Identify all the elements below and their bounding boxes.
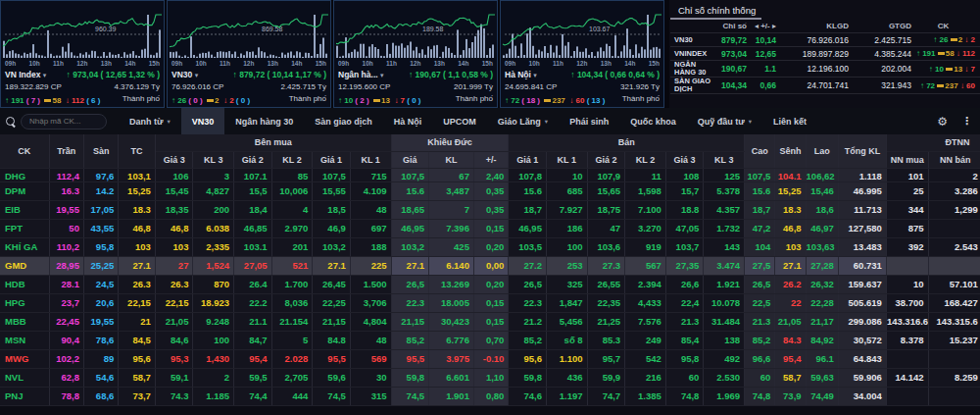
table-row-mwg[interactable]: MWG102,28995,695,31,43095,42.02895,55699…	[0, 349, 980, 368]
subcol[interactable]: KL 3	[704, 151, 745, 168]
nav-tab-h-n-i[interactable]: Hà Nội	[383, 108, 433, 134]
subcol[interactable]: KL 2	[625, 151, 666, 168]
index-panel-row[interactable]: VNINDEX973,0412,65189.897.8294.385.244↑ …	[670, 47, 980, 61]
value-cell: 54,6	[83, 368, 118, 387]
col-tongkl[interactable]: Tổng KL	[838, 134, 886, 168]
value-cell: 84,6	[155, 331, 193, 349]
index-chart-panel[interactable]: 869.5809h10h11h12h13h14h15hVN30 ▾↑ 879,7…	[167, 0, 331, 108]
value-cell: 103	[119, 237, 156, 256]
subcol[interactable]: KL 2	[271, 151, 313, 168]
chevron-down-icon: ▾	[533, 72, 537, 78]
table-row-dpm[interactable]: DPM16.314.215,2515,454,82715,510,00615,5…	[0, 182, 980, 200]
up-arrow-icon: ↑	[67, 70, 71, 79]
subcol[interactable]: +/-	[473, 151, 508, 168]
table-row-hdb[interactable]: HDB28.124,526.326.387026.41.70026,451.50…	[0, 275, 980, 293]
subcol[interactable]: KL 1	[546, 151, 587, 168]
value-cell: 23,7	[49, 293, 83, 312]
table-row-hpg[interactable]: HPG23,720,622,1522,1518.92322.28,03622,2…	[0, 293, 980, 312]
value-cell: 107.1	[234, 168, 272, 182]
col-san[interactable]: Sàn	[83, 134, 118, 168]
value-cell: 95,6	[509, 349, 547, 368]
index-name[interactable]: VN Index ▾	[5, 70, 46, 79]
value-cell: 7.396	[429, 219, 474, 237]
subcol[interactable]: NN mua	[886, 151, 928, 168]
nav-tab-qu-c-khoa[interactable]: Quốc khoa	[619, 108, 687, 134]
value-cell: 15,25	[775, 182, 806, 200]
value-cell: 7.576	[625, 312, 666, 331]
nav-tab-upcom[interactable]: UPCOM	[432, 108, 487, 134]
value-cell: 159.637	[838, 275, 886, 293]
col-tran[interactable]: Trần	[49, 134, 83, 168]
table-row-msn[interactable]: MSN90,478,684,584,610084,7584.84885,26.7…	[0, 331, 980, 349]
value-cell: 107,9	[587, 168, 625, 182]
table-row-mbb[interactable]: MBB22,4519,552121,059.24821.121.15421,15…	[0, 312, 980, 331]
value-cell: 0,35	[473, 182, 508, 200]
nav-tab-ph-i-sinh[interactable]: Phái sinh	[559, 108, 619, 134]
col-ck[interactable]: CK	[0, 134, 49, 168]
table-row-kh-ga[interactable]: KHÍ GA110,295,81031032,335103.1201103,21…	[0, 237, 980, 256]
index-value: 321.926 Tỷ	[620, 82, 660, 91]
subcol[interactable]: KL 3	[193, 151, 234, 168]
table-row-gmd[interactable]: GMD28,9525,2527.1271,52427,0552127.12252…	[0, 256, 980, 275]
value-cell: 1.732	[704, 219, 745, 237]
col-senh[interactable]: Sênh	[775, 134, 806, 168]
value-cell: 2.530	[704, 368, 745, 387]
nav-tab-vn30[interactable]: VN30	[181, 108, 225, 134]
value-cell: 22,28	[806, 293, 838, 312]
value-cell: 47,2	[745, 219, 775, 237]
nav-tab-ng-n-h-ng-30[interactable]: Ngân hàng 30	[224, 108, 304, 134]
col-cao[interactable]: Cao	[745, 134, 775, 168]
value-cell: 2.028	[271, 349, 313, 368]
kebab-menu-icon[interactable]: ⋮	[961, 115, 972, 128]
index-chart-panel[interactable]: 103.6709h10h11h12h13h14h15hHà Nội ▾↑ 104…	[500, 0, 664, 108]
value-cell: 2	[193, 368, 234, 387]
subcol[interactable]: Giá 3	[155, 151, 193, 168]
subcol[interactable]: Giá 1	[313, 151, 351, 168]
nav-tab-danh-t-[interactable]: Danh từ ▾	[119, 108, 181, 134]
value-cell: 46,8	[775, 219, 806, 237]
subcol[interactable]: Giá 2	[587, 151, 625, 168]
index-panel-title[interactable]: Chỉ số chính thống	[670, 3, 761, 20]
value-cell: 17,05	[83, 200, 118, 219]
col-tc[interactable]: TC	[119, 134, 156, 168]
index-chart-panel[interactable]: 189.5809h10h11h12h13h14h15hNgân hà... ▾↑…	[333, 0, 498, 108]
table-row-dhg[interactable]: DHG112,497,6103,11063107.185107,5715107,…	[0, 168, 980, 182]
value-cell: 15.6	[391, 182, 429, 200]
nav-tab-qu-u-t-[interactable]: Quỹ đầu tư ▾	[687, 108, 762, 134]
index-value: 2.425.715 Tỷ	[280, 82, 326, 91]
index-name[interactable]: Ngân hà... ▾	[338, 70, 384, 79]
index-name[interactable]: VN30 ▾	[172, 70, 198, 79]
gear-icon[interactable]: ⚙	[937, 115, 948, 129]
subcol[interactable]: Giá 3	[665, 151, 704, 168]
index-panel-row[interactable]: SÀN GIAO DỊCH104,340,6624.701.741321.943…	[670, 78, 980, 94]
index-panel-row[interactable]: NGÂN HÀNG 30190,671.112.196.100202.004↑ …	[670, 61, 980, 78]
value-cell: 64.843	[838, 349, 886, 368]
table-row-fpt[interactable]: FPT5043,5546,846,86.03846,852.97046,9697…	[0, 219, 980, 237]
index-name[interactable]: Hà Nội ▾	[505, 70, 537, 79]
value-cell: 919	[625, 237, 666, 256]
subcol[interactable]: KL	[429, 151, 474, 168]
table-row-pnj[interactable]: PNJ78,868,673,774.31.18574,444474,531574…	[0, 387, 980, 405]
search-box[interactable]	[6, 114, 107, 130]
search-input[interactable]	[21, 114, 107, 130]
value-cell: 1.700	[271, 275, 313, 293]
nav-tab-s-n-giao-d-ch[interactable]: Sàn giao dịch	[304, 108, 383, 134]
index-panel-row[interactable]: VN30879,7210,1476.926.0162.425.715↑ 26 2…	[670, 33, 980, 47]
table-row-eib[interactable]: EIB19,5517,0518.318,3520018,4418,54818,6…	[0, 200, 980, 219]
subcol[interactable]: Giá	[391, 151, 429, 168]
index-chart-panel[interactable]: 960.3909h10h11h12h13h14h15hVN Index ▾↑ 9…	[0, 0, 165, 108]
subcol[interactable]: KL 1	[350, 151, 391, 168]
subcol[interactable]: Giá 2	[234, 151, 272, 168]
exchange-label: Thành phố	[289, 94, 326, 103]
value-cell: 1.197	[546, 387, 587, 405]
value-cell: 28,95	[49, 256, 83, 275]
nav-tab-li-n-k-t[interactable]: Liên kết	[762, 108, 817, 134]
subcol[interactable]: NN bán	[928, 151, 980, 168]
subcol[interactable]: Giá 1	[509, 151, 547, 168]
table-row-nvl[interactable]: NVL62,854,658,759,1259,52,70559,63059,86…	[0, 368, 980, 387]
value-cell: 95,7	[587, 349, 625, 368]
nav-tab-gi-o-l-ng[interactable]: Giáo Lăng ▾	[487, 108, 559, 134]
value-cell: 1,847	[546, 293, 587, 312]
col-lao[interactable]: Lao	[806, 134, 838, 168]
value-cell: 95,8	[665, 349, 704, 368]
